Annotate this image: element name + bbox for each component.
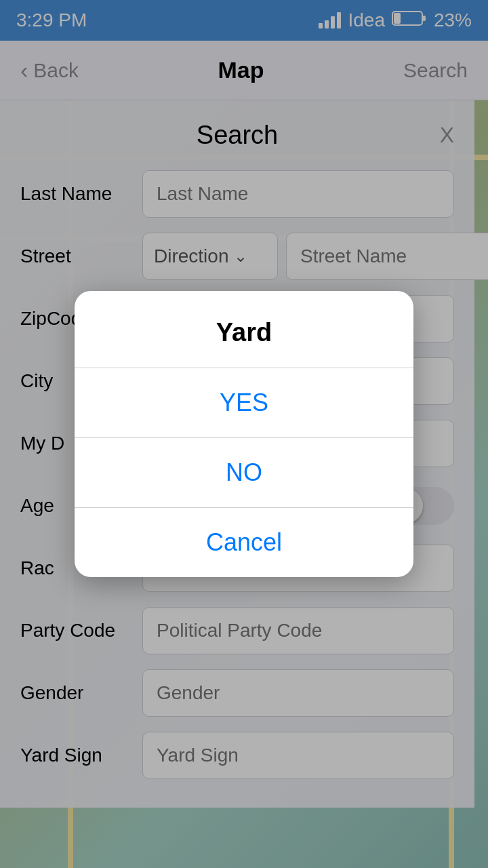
no-option[interactable]: NO bbox=[75, 438, 413, 507]
cancel-option[interactable]: Cancel bbox=[75, 508, 413, 577]
modal-overlay: Yard YES NO Cancel bbox=[0, 0, 488, 868]
yes-option[interactable]: YES bbox=[75, 368, 413, 437]
modal-title: Yard bbox=[216, 318, 272, 347]
yard-sign-modal: Yard YES NO Cancel bbox=[75, 291, 413, 577]
modal-title-section: Yard bbox=[75, 291, 413, 368]
